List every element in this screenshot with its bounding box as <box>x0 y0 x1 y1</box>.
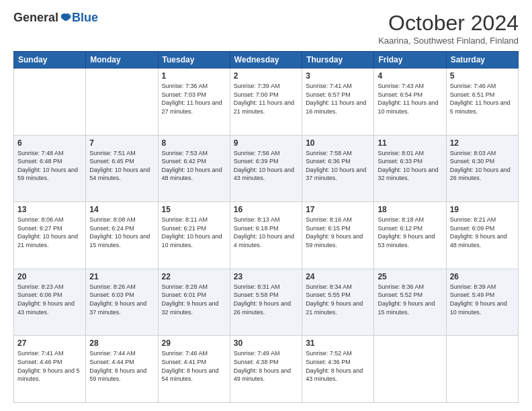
day-number: 5 <box>450 71 515 81</box>
day-cell: 27Sunrise: 7:41 AM Sunset: 4:46 PM Dayli… <box>14 336 86 403</box>
logo: General Blue <box>13 11 98 25</box>
day-cell: 3Sunrise: 7:41 AM Sunset: 6:57 PM Daylig… <box>302 68 374 136</box>
day-cell: 22Sunrise: 8:28 AM Sunset: 6:01 PM Dayli… <box>158 269 230 336</box>
day-number: 19 <box>450 205 515 214</box>
header-saturday: Saturday <box>446 52 518 68</box>
day-number: 22 <box>162 272 226 281</box>
day-info: Sunrise: 7:43 AM Sunset: 6:54 PM Dayligh… <box>378 82 442 116</box>
header: General Blue October 2024 Kaarina, South… <box>13 11 519 46</box>
day-info: Sunrise: 7:44 AM Sunset: 4:44 PM Dayligh… <box>89 349 154 383</box>
title-area: October 2024 Kaarina, Southwest Finland,… <box>378 11 519 46</box>
day-cell: 25Sunrise: 8:36 AM Sunset: 5:52 PM Dayli… <box>374 269 446 336</box>
day-number: 7 <box>89 138 154 148</box>
day-number: 14 <box>89 205 154 214</box>
day-number: 18 <box>378 205 442 214</box>
week-row-5: 27Sunrise: 7:41 AM Sunset: 4:46 PM Dayli… <box>14 336 519 403</box>
day-number: 31 <box>306 338 370 348</box>
day-number: 17 <box>306 205 370 214</box>
day-cell: 31Sunrise: 7:52 AM Sunset: 4:36 PM Dayli… <box>302 336 374 403</box>
day-cell: 18Sunrise: 8:18 AM Sunset: 6:12 PM Dayli… <box>374 202 446 269</box>
day-info: Sunrise: 8:31 AM Sunset: 5:58 PM Dayligh… <box>234 283 298 316</box>
logo-general: General <box>13 11 58 25</box>
logo-text: General Blue <box>13 11 98 25</box>
day-info: Sunrise: 7:48 AM Sunset: 6:48 PM Dayligh… <box>17 149 82 183</box>
day-cell: 5Sunrise: 7:46 AM Sunset: 6:51 PM Daylig… <box>446 68 518 136</box>
day-cell: 21Sunrise: 8:26 AM Sunset: 6:03 PM Dayli… <box>86 269 158 336</box>
day-info: Sunrise: 8:26 AM Sunset: 6:03 PM Dayligh… <box>89 283 154 316</box>
day-number: 8 <box>162 138 226 148</box>
header-wednesday: Wednesday <box>230 52 302 68</box>
day-cell: 30Sunrise: 7:49 AM Sunset: 4:38 PM Dayli… <box>230 336 302 403</box>
day-info: Sunrise: 7:49 AM Sunset: 4:38 PM Dayligh… <box>234 349 298 383</box>
day-cell: 7Sunrise: 7:51 AM Sunset: 6:45 PM Daylig… <box>86 135 158 202</box>
header-tuesday: Tuesday <box>158 52 230 68</box>
calendar-table: SundayMondayTuesdayWednesdayThursdayFrid… <box>13 51 519 403</box>
day-info: Sunrise: 8:08 AM Sunset: 6:24 PM Dayligh… <box>89 216 154 249</box>
day-number: 6 <box>17 138 82 148</box>
day-cell: 16Sunrise: 8:13 AM Sunset: 6:18 PM Dayli… <box>230 202 302 269</box>
week-row-3: 13Sunrise: 8:06 AM Sunset: 6:27 PM Dayli… <box>14 202 519 269</box>
day-info: Sunrise: 8:11 AM Sunset: 6:21 PM Dayligh… <box>162 216 226 249</box>
day-cell: 8Sunrise: 7:53 AM Sunset: 6:42 PM Daylig… <box>158 135 230 202</box>
day-info: Sunrise: 7:41 AM Sunset: 6:57 PM Dayligh… <box>306 82 370 116</box>
day-info: Sunrise: 7:52 AM Sunset: 4:36 PM Dayligh… <box>306 349 370 383</box>
day-info: Sunrise: 7:53 AM Sunset: 6:42 PM Dayligh… <box>162 149 226 183</box>
day-info: Sunrise: 8:34 AM Sunset: 5:55 PM Dayligh… <box>306 283 370 316</box>
day-info: Sunrise: 7:51 AM Sunset: 6:45 PM Dayligh… <box>89 149 154 183</box>
day-number: 15 <box>162 205 226 214</box>
day-cell: 9Sunrise: 7:56 AM Sunset: 6:39 PM Daylig… <box>230 135 302 202</box>
day-info: Sunrise: 7:46 AM Sunset: 6:51 PM Dayligh… <box>450 82 515 116</box>
day-info: Sunrise: 7:39 AM Sunset: 7:00 PM Dayligh… <box>234 82 298 116</box>
day-info: Sunrise: 7:46 AM Sunset: 4:41 PM Dayligh… <box>162 349 226 383</box>
day-info: Sunrise: 7:58 AM Sunset: 6:36 PM Dayligh… <box>306 149 370 183</box>
day-cell: 2Sunrise: 7:39 AM Sunset: 7:00 PM Daylig… <box>230 68 302 136</box>
day-info: Sunrise: 7:36 AM Sunset: 7:03 PM Dayligh… <box>162 82 226 116</box>
day-cell: 14Sunrise: 8:08 AM Sunset: 6:24 PM Dayli… <box>86 202 158 269</box>
day-info: Sunrise: 8:13 AM Sunset: 6:18 PM Dayligh… <box>234 216 298 249</box>
day-cell: 1Sunrise: 7:36 AM Sunset: 7:03 PM Daylig… <box>158 68 230 136</box>
day-number: 23 <box>234 272 298 281</box>
header-sunday: Sunday <box>14 52 86 68</box>
calendar-header-row: SundayMondayTuesdayWednesdayThursdayFrid… <box>14 52 519 68</box>
day-number: 25 <box>378 272 442 281</box>
day-cell: 20Sunrise: 8:23 AM Sunset: 6:06 PM Dayli… <box>14 269 86 336</box>
header-thursday: Thursday <box>302 52 374 68</box>
day-number: 16 <box>234 205 298 214</box>
day-info: Sunrise: 8:28 AM Sunset: 6:01 PM Dayligh… <box>162 283 226 316</box>
day-number: 24 <box>306 272 370 281</box>
day-info: Sunrise: 7:56 AM Sunset: 6:39 PM Dayligh… <box>234 149 298 183</box>
logo-blue: Blue <box>72 11 98 25</box>
day-cell: 28Sunrise: 7:44 AM Sunset: 4:44 PM Dayli… <box>86 336 158 403</box>
day-number: 1 <box>162 71 226 81</box>
day-cell: 13Sunrise: 8:06 AM Sunset: 6:27 PM Dayli… <box>14 202 86 269</box>
day-number: 27 <box>17 338 82 348</box>
day-info: Sunrise: 7:41 AM Sunset: 4:46 PM Dayligh… <box>17 349 82 383</box>
location: Kaarina, Southwest Finland, Finland <box>378 36 519 46</box>
day-cell: 12Sunrise: 8:03 AM Sunset: 6:30 PM Dayli… <box>446 135 518 202</box>
page: General Blue October 2024 Kaarina, South… <box>0 0 532 411</box>
day-number: 26 <box>450 272 515 281</box>
day-number: 11 <box>378 138 442 148</box>
day-info: Sunrise: 8:23 AM Sunset: 6:06 PM Dayligh… <box>17 283 82 316</box>
day-cell <box>374 336 446 403</box>
day-cell: 17Sunrise: 8:16 AM Sunset: 6:15 PM Dayli… <box>302 202 374 269</box>
day-info: Sunrise: 8:16 AM Sunset: 6:15 PM Dayligh… <box>306 216 370 249</box>
day-cell <box>446 336 518 403</box>
day-cell: 6Sunrise: 7:48 AM Sunset: 6:48 PM Daylig… <box>14 135 86 202</box>
day-number: 30 <box>234 338 298 348</box>
week-row-2: 6Sunrise: 7:48 AM Sunset: 6:48 PM Daylig… <box>14 135 519 202</box>
day-info: Sunrise: 8:18 AM Sunset: 6:12 PM Dayligh… <box>378 216 442 249</box>
day-number: 29 <box>162 338 226 348</box>
day-number: 28 <box>89 338 154 348</box>
day-number: 3 <box>306 71 370 81</box>
day-cell: 11Sunrise: 8:01 AM Sunset: 6:33 PM Dayli… <box>374 135 446 202</box>
day-number: 20 <box>17 272 82 281</box>
day-cell: 24Sunrise: 8:34 AM Sunset: 5:55 PM Dayli… <box>302 269 374 336</box>
day-cell: 26Sunrise: 8:39 AM Sunset: 5:49 PM Dayli… <box>446 269 518 336</box>
day-cell: 15Sunrise: 8:11 AM Sunset: 6:21 PM Dayli… <box>158 202 230 269</box>
month-title: October 2024 <box>378 11 519 36</box>
day-number: 4 <box>378 71 442 81</box>
day-info: Sunrise: 8:36 AM Sunset: 5:52 PM Dayligh… <box>378 283 442 316</box>
day-info: Sunrise: 8:01 AM Sunset: 6:33 PM Dayligh… <box>378 149 442 183</box>
day-info: Sunrise: 8:03 AM Sunset: 6:30 PM Dayligh… <box>450 149 515 183</box>
